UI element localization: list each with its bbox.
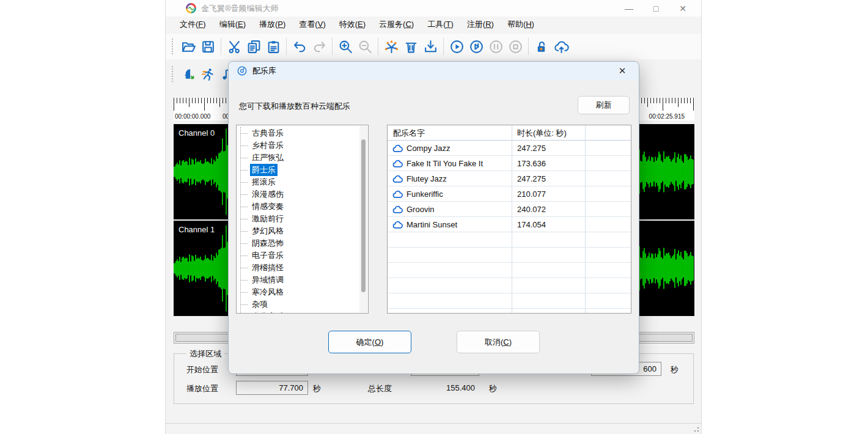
menu-item[interactable]: 帮助(H)	[501, 17, 541, 32]
cloud-icon	[392, 175, 403, 183]
category-item[interactable]: 乡村音乐	[241, 139, 358, 152]
maximize-button[interactable]: □	[642, 0, 669, 17]
resize-grip[interactable]	[694, 427, 699, 432]
total-length-value: 155.400	[411, 381, 479, 395]
ok-button[interactable]: 确定(O)	[328, 331, 411, 353]
menu-item[interactable]: 编辑(E)	[213, 17, 252, 32]
disc-icon	[237, 65, 248, 76]
table-row[interactable]: Fake It Til You Fake It 173.636	[388, 156, 631, 171]
refresh-button[interactable]: 刷新	[578, 96, 630, 114]
category-item[interactable]: 古典音乐	[241, 127, 358, 139]
menu-item[interactable]: 特效(E)	[333, 17, 372, 32]
menu-item[interactable]: 文件(F)	[173, 17, 213, 32]
delete-icon[interactable]	[401, 37, 421, 56]
dialog-title: 配乐库	[252, 65, 276, 76]
category-item[interactable]: 庄严恢弘	[241, 152, 358, 164]
toolbar-grip	[172, 39, 175, 54]
dialog-title-bar: 配乐库 ✕	[229, 62, 639, 80]
play-from-cursor-icon[interactable]	[466, 37, 486, 56]
track-duration: 240.072	[512, 205, 585, 214]
cloud-icon	[392, 221, 403, 229]
channel-1-label: Channel 1	[178, 225, 215, 234]
quick-run-icon[interactable]	[198, 64, 218, 84]
column-duration-header[interactable]: 时长(单位: 秒)	[517, 128, 567, 139]
category-item[interactable]: 梦幻风格	[241, 225, 358, 237]
table-row[interactable]: Funkeriffic 210.077	[388, 186, 631, 202]
window-title: 金飞翼®音频编辑大师	[201, 3, 279, 14]
menu-item[interactable]: 云服务(C)	[372, 17, 421, 32]
cancel-button[interactable]: 取消(C)	[457, 331, 540, 353]
track-duration: 174.054	[512, 220, 585, 229]
cut-icon[interactable]	[224, 37, 244, 56]
app-logo-icon	[186, 3, 196, 13]
copy-icon[interactable]	[244, 37, 263, 56]
close-button[interactable]: ✕	[669, 0, 696, 17]
track-duration: 173.636	[512, 159, 585, 168]
category-item[interactable]: 浪漫感伤	[241, 188, 358, 200]
category-item[interactable]: 激励前行	[241, 213, 358, 225]
track-name: Flutey Jazz	[406, 174, 447, 183]
start-position-label: 开始位置	[186, 364, 218, 375]
category-item[interactable]: 爵士乐	[241, 164, 358, 176]
track-duration: 247.275	[512, 174, 585, 183]
cloud-icon	[392, 160, 403, 168]
cloud-icon	[392, 190, 403, 199]
table-row[interactable]: Groovin 240.072	[388, 202, 631, 217]
music-library-dialog: 配乐库 ✕ 您可下载和播放数百种云端配乐 刷新 古典音乐 乡村音乐 庄严恢弘 爵	[228, 61, 639, 374]
end-unit-label: 秒	[671, 364, 679, 375]
track-duration: 247.275	[512, 144, 585, 153]
minimize-button[interactable]: —	[616, 0, 642, 17]
cloud-icon	[392, 205, 403, 214]
menu-item[interactable]: 查看(V)	[292, 17, 332, 32]
category-item[interactable]: 异域情调	[241, 274, 358, 286]
tree-scrollbar-thumb[interactable]	[361, 139, 366, 292]
tree-scrollbar[interactable]	[359, 126, 367, 312]
category-item[interactable]: 摇滚乐	[241, 176, 358, 188]
zoom-in-icon[interactable]	[336, 37, 355, 56]
category-item[interactable]: 情感变奏	[241, 200, 358, 213]
status-bar	[166, 424, 701, 434]
redo-icon[interactable]	[309, 37, 329, 56]
text-to-speech-icon[interactable]	[178, 64, 198, 84]
table-row[interactable]: Compy Jazz 247.275	[388, 141, 631, 156]
save-file-icon[interactable]	[198, 37, 218, 56]
column-name-header[interactable]: 配乐名字	[393, 128, 425, 139]
music-table: 配乐名字 时长(单位: 秒) Compy Jazz 247.275	[387, 125, 631, 314]
paste-icon[interactable]	[263, 37, 283, 56]
track-duration: 210.077	[512, 189, 585, 199]
track-name: Compy Jazz	[406, 144, 451, 153]
track-name: Fake It Til You Fake It	[406, 159, 483, 168]
category-item[interactable]: 电子音乐	[241, 249, 358, 262]
table-row[interactable]: Flutey Jazz 247.275	[388, 171, 631, 186]
play-position-input[interactable]	[236, 381, 308, 395]
category-item[interactable]: 阴森恐怖	[241, 237, 358, 249]
undo-icon[interactable]	[290, 37, 309, 56]
open-file-icon[interactable]	[178, 37, 198, 56]
menu-item[interactable]: 注册(R)	[460, 17, 501, 32]
menu-bar: 文件(F)编辑(E)播放(P)查看(V)特效(E)云服务(C)工具(T)注册(R…	[166, 17, 701, 32]
play-unit-label: 秒	[313, 383, 321, 394]
effects-icon[interactable]	[381, 37, 401, 56]
category-item[interactable]: 少儿音乐	[241, 311, 358, 314]
stop-icon	[506, 37, 525, 56]
dialog-description: 您可下载和播放数百种云端配乐	[239, 101, 350, 112]
category-item[interactable]: 杂项	[241, 298, 358, 311]
title-bar: 金飞翼®音频编辑大师 — □ ✕	[166, 0, 701, 17]
category-tree: 古典音乐 乡村音乐 庄严恢弘 爵士乐 摇滚乐 浪漫	[236, 125, 369, 314]
import-icon[interactable]	[421, 37, 440, 56]
cloud-icon	[392, 144, 403, 153]
channel-0-label: Channel 0	[178, 128, 215, 138]
pause-icon	[486, 37, 506, 56]
cloud-upload-icon[interactable]	[551, 37, 571, 56]
track-name: Martini Sunset	[406, 220, 457, 229]
dialog-close-icon[interactable]: ✕	[613, 62, 631, 80]
play-icon[interactable]	[447, 37, 466, 56]
zoom-out-icon	[355, 37, 375, 56]
menu-item[interactable]: 播放(P)	[252, 17, 292, 32]
category-item[interactable]: 滑稽搞怪	[241, 262, 358, 274]
category-item[interactable]: 寒冷风格	[241, 286, 358, 298]
table-row[interactable]: Martini Sunset 174.054	[388, 217, 631, 232]
track-name: Groovin	[406, 205, 435, 214]
menu-item[interactable]: 工具(T)	[421, 17, 460, 32]
lock-icon[interactable]	[532, 37, 551, 56]
